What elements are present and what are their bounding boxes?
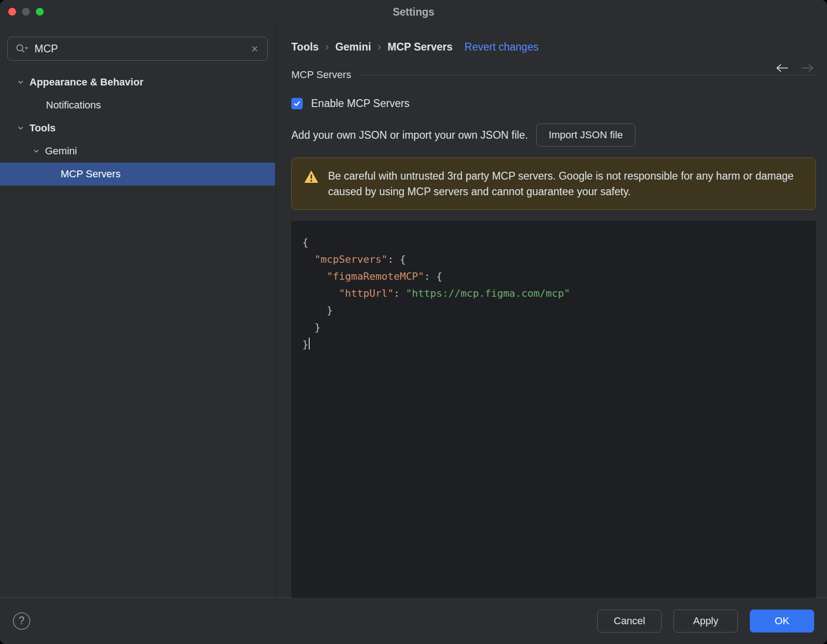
json-config-editor[interactable]: { "mcpServers": { "figmaRemoteMCP": { "h… — [291, 221, 816, 598]
history-navigation — [775, 62, 815, 73]
warning-icon — [304, 170, 319, 184]
sidebar-item-appearance-behavior[interactable]: Appearance & Behavior — [0, 71, 275, 94]
sidebar-item-tools[interactable]: Tools — [0, 117, 275, 140]
code-line: } — [302, 319, 807, 336]
enable-mcp-servers-label: Enable MCP Servers — [311, 97, 409, 110]
code-line: "mcpServers": { — [302, 251, 807, 268]
section-divider — [359, 75, 816, 75]
import-json-description: Add your own JSON or import your own JSO… — [291, 129, 528, 141]
breadcrumb-separator: › — [325, 40, 329, 53]
back-arrow-icon[interactable] — [775, 62, 789, 73]
apply-button[interactable]: Apply — [674, 610, 738, 633]
breadcrumb-item-mcp-servers: MCP Servers — [388, 41, 453, 53]
breadcrumb: Tools › Gemini › MCP Servers Revert chan… — [291, 40, 816, 53]
text-cursor — [309, 338, 310, 350]
warning-banner: Be careful with untrusted 3rd party MCP … — [291, 158, 816, 210]
footer-buttons: Cancel Apply OK — [597, 610, 814, 633]
breadcrumb-separator: › — [378, 40, 381, 53]
sidebar-item-mcp-servers[interactable]: MCP Servers — [0, 163, 275, 186]
settings-search-input[interactable]: MCP × — [7, 37, 268, 61]
chevron-down-icon[interactable] — [13, 79, 28, 86]
sidebar-item-label: Appearance & Behavior — [28, 76, 143, 88]
sidebar-item-label: Notifications — [45, 99, 101, 111]
help-icon[interactable]: ? — [13, 612, 30, 630]
settings-tree: Appearance & Behavior Notifications Tool… — [0, 71, 275, 186]
chevron-down-icon[interactable] — [28, 147, 44, 155]
settings-window: Settings MCP × — [0, 0, 827, 644]
section-title: MCP Servers — [291, 69, 351, 81]
breadcrumb-item-gemini[interactable]: Gemini — [335, 41, 371, 53]
title-bar: Settings — [0, 0, 827, 24]
code-line: "httpUrl": "https://mcp.figma.com/mcp" — [302, 285, 807, 302]
breadcrumb-item-tools[interactable]: Tools — [291, 41, 319, 53]
settings-sidebar: MCP × Appearance & Behavior Notification… — [0, 24, 276, 597]
import-json-row: Add your own JSON or import your own JSO… — [291, 124, 816, 147]
close-window-button[interactable] — [8, 8, 16, 16]
dialog-footer: ? Cancel Apply OK — [0, 597, 827, 644]
settings-content: Tools › Gemini › MCP Servers Revert chan… — [276, 24, 827, 597]
search-icon — [15, 43, 29, 54]
sidebar-item-label: Gemini — [44, 145, 77, 157]
sidebar-item-notifications[interactable]: Notifications — [0, 94, 275, 117]
enable-mcp-servers-checkbox[interactable] — [291, 98, 303, 109]
search-query-text: MCP — [34, 43, 58, 55]
window-title: Settings — [393, 6, 435, 18]
traffic-lights — [8, 8, 44, 16]
enable-mcp-servers-row[interactable]: Enable MCP Servers — [291, 97, 816, 110]
code-line: { — [302, 234, 807, 251]
settings-body: MCP × Appearance & Behavior Notification… — [0, 24, 827, 597]
zoom-window-button[interactable] — [36, 8, 44, 16]
ok-button[interactable]: OK — [750, 610, 814, 633]
sidebar-item-label: Tools — [28, 122, 56, 134]
forward-arrow-icon[interactable] — [800, 62, 815, 73]
revert-changes-link[interactable]: Revert changes — [464, 41, 538, 53]
code-line: } — [302, 336, 807, 353]
clear-search-icon[interactable]: × — [249, 43, 260, 55]
cancel-button[interactable]: Cancel — [597, 610, 662, 633]
minimize-window-button[interactable] — [22, 8, 30, 16]
chevron-down-icon[interactable] — [13, 124, 28, 132]
sidebar-item-label: MCP Servers — [60, 168, 120, 180]
code-line: "figmaRemoteMCP": { — [302, 268, 807, 285]
warning-text: Be careful with untrusted 3rd party MCP … — [328, 168, 804, 199]
section-header: MCP Servers — [291, 69, 816, 81]
sidebar-item-gemini[interactable]: Gemini — [0, 140, 275, 163]
import-json-file-button[interactable]: Import JSON file — [536, 124, 635, 147]
code-line: } — [302, 302, 807, 319]
